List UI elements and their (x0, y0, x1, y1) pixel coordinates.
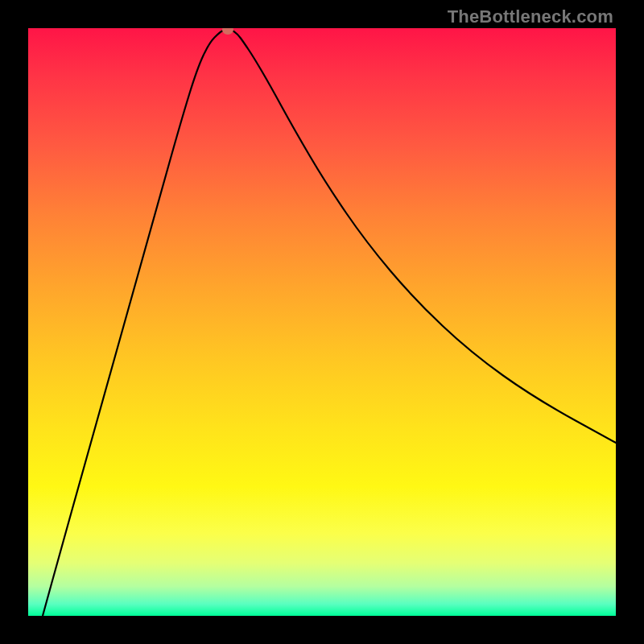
plot-area (28, 28, 616, 616)
chart-container: TheBottleneck.com (0, 0, 644, 644)
optimal-marker (222, 28, 233, 35)
chart-svg (28, 28, 616, 616)
attribution-label: TheBottleneck.com (448, 6, 613, 27)
curve-path (43, 29, 616, 616)
